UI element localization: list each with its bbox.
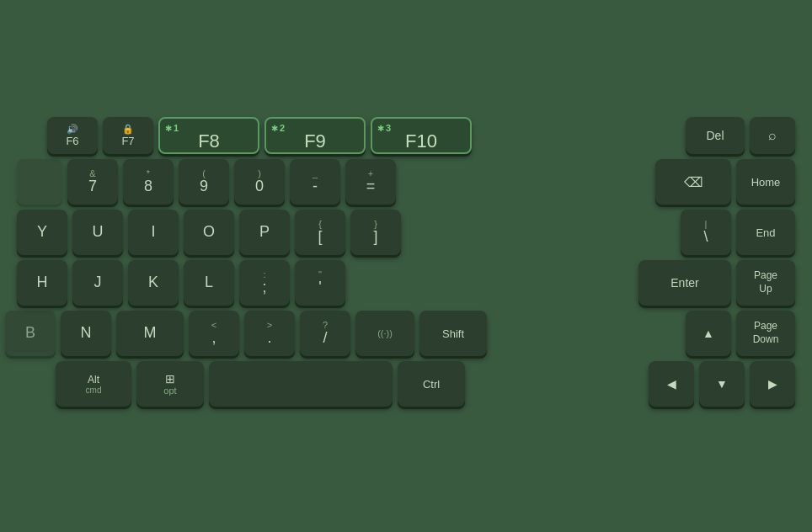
key-del[interactable]: Del [686, 117, 745, 154]
key-search[interactable]: ⌕ [750, 117, 795, 154]
key-7[interactable]: & 7 [67, 159, 118, 205]
key-quote[interactable]: " ' [295, 260, 345, 306]
key-h[interactable]: H [17, 260, 67, 306]
key-u[interactable]: U [72, 210, 123, 255]
key-backspace[interactable]: ⌫ [655, 159, 731, 205]
key-period[interactable]: > . [244, 311, 295, 356]
keyboard: 🔊 F6 🔒 F7 ✱ 1 F8 ✱ 2 F9 ✱ [2, 102, 810, 430]
key-rbracket[interactable]: } ] [350, 210, 401, 255]
key-semicolon[interactable]: : ; [239, 260, 290, 306]
key-shift[interactable]: Shift [419, 311, 487, 356]
key-n[interactable]: N [61, 311, 111, 356]
key-opt[interactable]: ⊞ opt [136, 361, 204, 407]
key-equals[interactable]: + = [345, 159, 396, 205]
key-pageup[interactable]: PageUp [736, 260, 795, 306]
row-numbers: & 7 * 8 ( 9 ) 0 _ - + = ⌫ Home [17, 159, 795, 205]
key-f6[interactable]: 🔊 F6 [47, 117, 98, 154]
key-home[interactable]: Home [736, 159, 795, 205]
key-right[interactable]: ▶ [750, 361, 795, 407]
key-o[interactable]: O [184, 210, 234, 255]
row-function: 🔊 F6 🔒 F7 ✱ 1 F8 ✱ 2 F9 ✱ [17, 117, 795, 154]
key-l[interactable]: L [184, 260, 234, 306]
key-0[interactable]: ) 0 [234, 159, 285, 205]
key-i[interactable]: I [128, 210, 179, 255]
row-hjkl: H J K L : ; " ' Enter PageUp [17, 260, 795, 306]
key-slash[interactable]: ? / [300, 311, 350, 356]
key-wireless[interactable]: ((·)) [355, 311, 414, 356]
key-pagedown[interactable]: PageDown [736, 311, 795, 356]
key-lbracket[interactable]: { [ [295, 210, 345, 255]
key-8[interactable]: * 8 [123, 159, 174, 205]
key-up[interactable]: ▲ [686, 311, 731, 356]
key-down[interactable]: ▼ [699, 361, 745, 407]
key-end[interactable]: End [736, 210, 795, 255]
key-f7[interactable]: 🔒 F7 [103, 117, 153, 154]
key-f8-bt1[interactable]: ✱ 1 F8 [158, 117, 259, 154]
key-m[interactable]: M [116, 311, 184, 356]
row-yuiop: Y U I O P { [ } ] | \ End [17, 210, 795, 255]
key-y[interactable]: Y [17, 210, 67, 255]
key-left[interactable]: ◀ [649, 361, 694, 407]
key-ctrl[interactable]: Ctrl [398, 361, 465, 407]
key-k[interactable]: K [128, 260, 179, 306]
row-bnm: B N M < , > . ? / ((·)) Shift ▲ P [17, 311, 795, 356]
key-enter[interactable]: Enter [638, 260, 731, 306]
key-j[interactable]: J [72, 260, 123, 306]
key-minus[interactable]: _ - [290, 159, 340, 205]
key-space[interactable] [209, 361, 393, 407]
key-comma[interactable]: < , [189, 311, 239, 356]
key-f10-bt3[interactable]: ✱ 3 F10 [371, 117, 472, 154]
key-b[interactable]: B [5, 311, 56, 356]
key-partial-left [17, 159, 62, 205]
key-p[interactable]: P [239, 210, 290, 255]
key-9[interactable]: ( 9 [179, 159, 229, 205]
key-alt-cmd[interactable]: Alt cmd [56, 361, 131, 407]
key-f9-bt2[interactable]: ✱ 2 F9 [264, 117, 366, 154]
key-backslash[interactable]: | \ [681, 210, 731, 255]
row-bottom: Alt cmd ⊞ opt Ctrl ◀ ▼ ▶ [17, 361, 795, 407]
